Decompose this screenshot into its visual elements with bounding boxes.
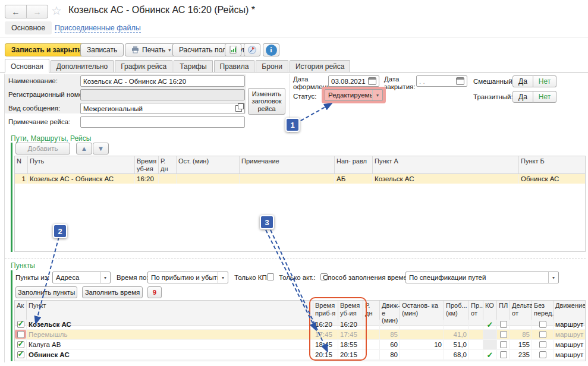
cell-rdn[interactable] — [363, 330, 380, 339]
cell-mov[interactable] — [380, 320, 400, 329]
unchecked-checkbox[interactable] — [17, 331, 24, 338]
fill-time-button[interactable]: Заполнить время — [82, 286, 143, 298]
unchecked-checkbox[interactable] — [500, 341, 507, 348]
cell-note[interactable] — [240, 174, 335, 184]
cell-dep[interactable]: 16:20 — [135, 174, 159, 184]
cell-mov[interactable]: 60 — [380, 340, 400, 349]
calendar-icon[interactable] — [368, 77, 376, 85]
cell-dep[interactable]: 16:20 — [338, 320, 363, 329]
cell-mov[interactable]: 85 — [380, 330, 400, 339]
cell-point[interactable]: Козельск АС — [27, 320, 313, 329]
unchecked-checkbox[interactable] — [500, 331, 507, 338]
cell-arr[interactable]: 20:15 — [313, 350, 338, 359]
attached-files-link[interactable]: Присоединенные файлы — [55, 24, 141, 33]
cell-pl[interactable] — [497, 330, 510, 339]
transit-no-button[interactable]: Нет — [533, 91, 556, 103]
tab-extra[interactable]: Дополнительно — [51, 60, 114, 72]
mixed-yes-button[interactable]: Да — [512, 75, 533, 87]
forward-button[interactable]: → — [27, 5, 48, 18]
col-header-rdn[interactable]: Р. дн — [159, 156, 177, 174]
cell-nofwd[interactable] — [532, 350, 554, 359]
cell-point[interactable]: Калуга АВ — [27, 340, 313, 349]
point-row-kaluga[interactable]: Калуга АВ 18:45 18:55 60 10 51,0 155 мар… — [15, 340, 585, 350]
date-open-input[interactable]: 03.08.2021 — [328, 75, 379, 87]
unchecked-checkbox[interactable] — [500, 321, 507, 328]
col-header-a[interactable]: Пункт А — [373, 156, 519, 174]
save-close-button[interactable]: Записать и закрыть — [5, 43, 89, 56]
time-button[interactable] — [244, 43, 260, 56]
cell-dep[interactable]: 17:45 — [338, 330, 363, 339]
fill-method-dropdown[interactable]: По спецификации путей ▾ — [405, 272, 559, 283]
cell-dist[interactable]: 51,0 — [444, 340, 469, 349]
cell-stop[interactable] — [400, 330, 444, 339]
cell-point-a[interactable]: Козельск АС — [373, 174, 519, 184]
cell-stop[interactable] — [400, 350, 444, 359]
cell-active[interactable] — [15, 330, 27, 339]
checked-checkbox[interactable] — [17, 351, 24, 358]
cell-active[interactable] — [15, 340, 27, 349]
cell-path[interactable]: Козельск АС - Обнинск АС — [28, 174, 135, 184]
date-close-input[interactable]: . . — [416, 75, 467, 87]
cell-dist[interactable] — [444, 320, 469, 329]
cell-active[interactable] — [15, 350, 27, 359]
point-row-obninsk[interactable]: Обнинск АС 20:15 20:15 80 68,0 ✓ 235 мар… — [15, 350, 585, 360]
cell-stop[interactable] — [400, 320, 444, 329]
open-ref-icon[interactable] — [235, 105, 242, 112]
cell-delta[interactable]: 235 — [510, 350, 532, 359]
cell-move[interactable]: маршрут — [554, 350, 585, 359]
cell-pl[interactable] — [497, 340, 510, 349]
print-button[interactable]: Печать ▾ — [125, 43, 177, 56]
cell-dep[interactable]: 20:15 — [338, 350, 363, 359]
col-header-dep[interactable]: Время уб-ия — [135, 156, 159, 174]
tab-tariffs[interactable]: Тарифы — [174, 60, 212, 72]
cell-dist[interactable]: 68,0 — [444, 350, 469, 359]
cell-rdn[interactable] — [363, 350, 380, 359]
map-pin-button[interactable]: 9 — [147, 286, 162, 298]
add-route-button[interactable]: Добавить — [15, 143, 70, 154]
checked-checkbox[interactable] — [17, 341, 24, 348]
favorite-star-icon[interactable]: ☆ — [51, 4, 62, 18]
cell-rdn[interactable] — [159, 174, 177, 184]
unchecked-checkbox[interactable] — [539, 321, 546, 328]
cell-mov[interactable]: 80 — [380, 350, 400, 359]
name-input[interactable]: Козельск АС - Обнинск АС 16:20 — [80, 75, 245, 87]
cell-pl[interactable] — [497, 350, 510, 359]
point-row-peremyshl[interactable]: Перемышль 17:45 17:45 85 41,0 85 маршрут — [15, 330, 585, 340]
checked-checkbox[interactable] — [17, 321, 24, 328]
cell-stop[interactable]: 10 — [400, 340, 444, 349]
report-button[interactable] — [225, 43, 241, 56]
cell-pr[interactable] — [469, 340, 483, 349]
cell-nofwd[interactable] — [532, 330, 554, 339]
cell-pr[interactable] — [469, 330, 483, 339]
point-row-kozelsk[interactable]: Козельск АС 16:20 16:20 ✓ маршрут — [15, 320, 585, 330]
mixed-no-button[interactable]: Нет — [533, 75, 556, 87]
status-dropdown[interactable]: Редактируемы ▾ — [325, 89, 383, 101]
cell-point[interactable]: Перемышль — [27, 330, 313, 339]
fill-points-button[interactable]: Заполнить пункты — [15, 286, 77, 298]
unchecked-checkbox[interactable] — [539, 351, 546, 358]
transit-yes-button[interactable]: Да — [512, 91, 533, 103]
move-down-button[interactable]: ▼ — [93, 143, 109, 154]
only-kp-checkbox[interactable] — [267, 273, 274, 280]
unchecked-checkbox[interactable] — [539, 331, 546, 338]
unchecked-checkbox[interactable] — [539, 341, 546, 348]
change-header-button[interactable]: Изменить заголовок рейса — [248, 88, 285, 115]
unchecked-checkbox[interactable] — [500, 351, 507, 358]
tab-rules[interactable]: Правила — [214, 60, 255, 72]
cell-pr[interactable] — [469, 350, 483, 359]
cell-point-b[interactable]: Обнинск АС — [519, 174, 585, 184]
time-by-dropdown[interactable]: По прибытию и убытию ▾ — [147, 272, 228, 283]
cell-ost[interactable] — [177, 174, 240, 184]
cell-nofwd[interactable] — [532, 320, 554, 329]
cell-rdn[interactable] — [363, 320, 380, 329]
col-header-path[interactable]: Путь — [28, 156, 135, 174]
col-header-b[interactable]: Пункт Б — [519, 156, 585, 174]
cell-n[interactable]: 1 — [15, 174, 28, 184]
nav-main-tab[interactable]: Основное — [5, 21, 52, 34]
cell-pr[interactable] — [469, 320, 483, 329]
cell-delta[interactable] — [510, 320, 532, 329]
tab-history[interactable]: История рейса — [290, 60, 351, 72]
cell-arr[interactable]: 18:45 — [313, 340, 338, 349]
cell-arr[interactable]: 17:45 — [313, 330, 338, 339]
col-header-note[interactable]: Примечание — [240, 156, 335, 174]
